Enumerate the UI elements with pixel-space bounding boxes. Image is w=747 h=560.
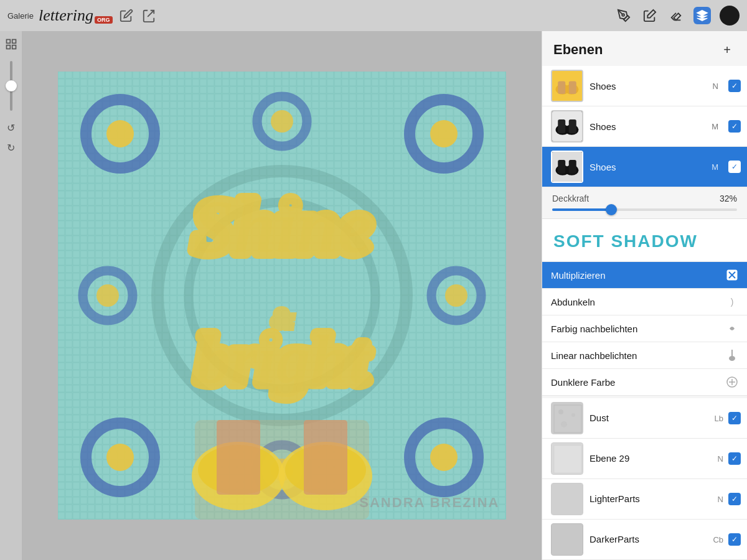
layer-right-1: N ✓ — [713, 80, 741, 92]
blend-mode-farbig[interactable]: Farbig nachbelichten — [542, 315, 747, 342]
lower-layer-check-lighterparts[interactable]: ✓ — [728, 493, 741, 505]
watermark: Sandra Brezina — [359, 495, 499, 511]
lower-layer-check-darkerparts[interactable]: ✓ — [728, 533, 741, 546]
opacity-label: Deckkraft — [552, 194, 589, 203]
svg-rect-52 — [558, 82, 565, 94]
svg-rect-57 — [558, 119, 565, 133]
eraser-tool-icon[interactable] — [667, 7, 685, 24]
blend-mode-icon-2: ) — [726, 296, 738, 308]
opacity-slider-fill — [552, 208, 611, 211]
layer-item-shoes-1[interactable]: Shoes N ✓ — [542, 66, 747, 106]
layer-check-1[interactable]: ✓ — [728, 80, 741, 92]
main-area: ↺ ↻ — [0, 31, 747, 560]
lower-layer-thumb-ebene29 — [551, 442, 583, 475]
modify-icon[interactable] — [118, 7, 135, 24]
lower-layer-mode-darkerparts: Cb — [713, 535, 723, 544]
svg-point-65 — [729, 356, 735, 361]
svg-rect-63 — [569, 160, 576, 174]
svg-point-1 — [622, 14, 624, 16]
svg-point-72 — [558, 409, 563, 414]
layers-title: Ebenen — [553, 42, 603, 58]
undo-button[interactable]: ↺ — [3, 119, 19, 136]
blend-mode-linear[interactable]: Linear nachbelichten — [542, 342, 747, 369]
lower-layer-info-dust: Dust — [590, 413, 708, 424]
blend-mode-multiplizieren[interactable]: Multiplizieren — [542, 262, 747, 289]
layer-info-1: Shoes — [590, 81, 707, 91]
lower-layer-ebene29[interactable]: Ebene 29 N ✓ — [542, 439, 747, 479]
pencil-tool-icon[interactable] — [615, 7, 632, 24]
opacity-slider-thumb[interactable] — [606, 204, 617, 215]
toolbar-right — [615, 6, 740, 26]
lower-layer-dust[interactable]: Dust Lb ✓ — [542, 398, 747, 439]
layers-panel: Ebenen + Shoes N ✓ — [542, 31, 747, 560]
blend-modes-section: Multiplizieren Abdunkeln ) Farbig nachbe… — [542, 262, 747, 398]
mosaic-artwork: Shine Shine & bright bright — [58, 72, 506, 520]
lower-layer-right-darkerparts: Cb ✓ — [713, 533, 741, 546]
layer-item-shoes-2[interactable]: Shoes M ✓ — [542, 106, 747, 147]
org-badge: ORG — [95, 16, 113, 24]
svg-rect-7 — [6, 45, 10, 49]
lower-layer-darkerparts[interactable]: DarkerParts Cb ✓ — [542, 520, 747, 560]
lower-layer-name-lighterparts: LighterParts — [590, 493, 640, 504]
layers-tool-icon[interactable] — [693, 7, 711, 24]
lower-layer-info-ebene29: Ebene 29 — [590, 453, 712, 464]
lower-layer-mode-lighterparts: N — [718, 495, 723, 504]
lower-layer-thumb-darkerparts — [551, 523, 583, 556]
layer-info-3: Shoes — [590, 162, 705, 172]
color-picker[interactable] — [720, 6, 740, 26]
opacity-row: Deckkraft 32% — [552, 194, 737, 203]
add-layer-button[interactable]: + — [718, 41, 736, 58]
lower-layer-lighterparts[interactable]: LighterParts N ✓ — [542, 479, 747, 520]
layer-thumbnail-3 — [551, 151, 583, 183]
layer-thumbnail-2 — [551, 110, 583, 142]
layer-item-shoes-3[interactable]: Shoes M ✓ — [542, 147, 747, 187]
svg-rect-5 — [12, 40, 16, 44]
svg-marker-3 — [697, 11, 708, 16]
blend-mode-abdunkeln[interactable]: Abdunkeln ) — [542, 289, 747, 315]
layer-name-3: Shoes — [590, 162, 705, 172]
redo-button[interactable]: ↻ — [3, 139, 19, 156]
lower-layer-mode-dust: Lb — [715, 414, 723, 423]
svg-rect-58 — [569, 119, 576, 133]
blend-mode-icon-4 — [726, 349, 738, 362]
svg-rect-76 — [554, 446, 581, 473]
lower-layer-name-dust: Dust — [590, 413, 609, 423]
layer-check-2[interactable]: ✓ — [728, 120, 741, 133]
opacity-slider[interactable] — [552, 208, 737, 211]
lower-layer-right-lighterparts: N ✓ — [718, 493, 741, 505]
lower-layer-info-darkerparts: DarkerParts — [590, 534, 707, 545]
layer-thumbnail-1 — [551, 70, 583, 102]
blend-mode-dunklere[interactable]: Dunklere Farbe — [542, 369, 747, 396]
brush-size-thumb[interactable] — [6, 80, 17, 91]
lower-layer-info-lighterparts: LighterParts — [590, 493, 712, 505]
opacity-section: Deckkraft 32% — [542, 187, 747, 219]
toolbar: Galerie lettering ORG — [0, 0, 747, 31]
gallery-link[interactable]: Galerie — [7, 11, 34, 21]
share-icon[interactable] — [140, 7, 157, 24]
blend-mode-name-5: Dunklere Farbe — [551, 377, 615, 388]
lower-layer-check-ebene29[interactable]: ✓ — [728, 452, 741, 465]
lower-layer-name-ebene29: Ebene 29 — [590, 453, 629, 464]
layer-mode-2: M — [712, 122, 718, 131]
blend-mode-icon-3 — [726, 322, 738, 335]
layer-right-2: M ✓ — [712, 120, 741, 133]
blend-mode-name-3: Farbig nachbelichten — [551, 324, 637, 334]
svg-rect-62 — [558, 160, 565, 174]
canvas[interactable]: Shine Shine & bright bright — [58, 72, 506, 520]
pen-tool-icon[interactable] — [641, 7, 659, 24]
app-logo: lettering — [39, 7, 93, 24]
brush-size-slider[interactable] — [10, 61, 12, 111]
lower-layer-mode-ebene29: N — [718, 454, 723, 464]
layers-header: Ebenen + — [542, 31, 747, 66]
svg-marker-2 — [647, 10, 655, 18]
lower-layers: Dust Lb ✓ Ebene 29 — [542, 398, 747, 560]
layer-right-3: M ✓ — [712, 161, 741, 173]
sidebar-transform-tool[interactable] — [3, 36, 19, 52]
svg-rect-70 — [552, 403, 583, 434]
lower-layer-check-dust[interactable]: ✓ — [728, 412, 741, 424]
canvas-area: Shine Shine & bright bright — [22, 31, 542, 560]
layer-check-3[interactable]: ✓ — [728, 161, 741, 173]
soft-shadow-section: SOFT SHADOW — [542, 219, 747, 262]
svg-rect-77 — [552, 483, 583, 515]
lower-layer-right-ebene29: N ✓ — [718, 452, 741, 465]
